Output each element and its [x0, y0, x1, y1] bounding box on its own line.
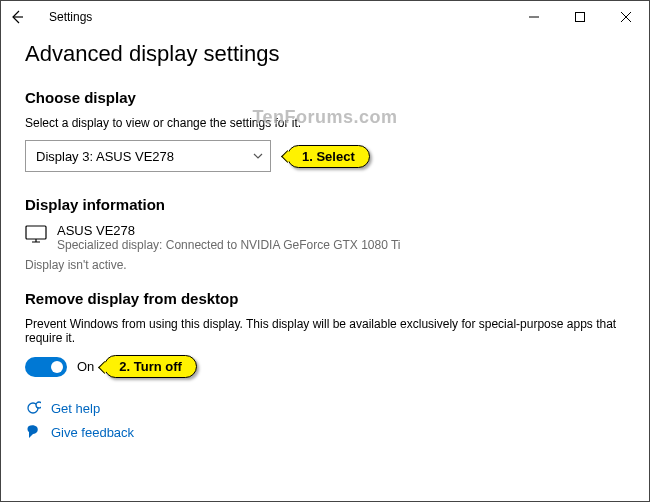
display-info-text: ASUS VE278 Specialized display: Connecte… — [57, 223, 401, 252]
callout-select: 1. Select — [287, 145, 370, 168]
feedback-link[interactable]: Give feedback — [51, 425, 134, 440]
maximize-button[interactable] — [557, 1, 603, 33]
back-arrow-icon — [9, 9, 25, 25]
remove-toggle[interactable] — [25, 357, 67, 377]
help-icon — [25, 400, 41, 416]
maximize-icon — [575, 12, 585, 22]
remove-desc: Prevent Windows from using this display.… — [25, 317, 625, 345]
callout-turnoff: 2. Turn off — [104, 355, 197, 378]
close-icon — [621, 12, 631, 22]
remove-toggle-row: On 2. Turn off — [25, 355, 625, 378]
minimize-button[interactable] — [511, 1, 557, 33]
chevron-down-icon — [252, 150, 264, 162]
feedback-icon — [25, 424, 41, 440]
display-info-title: Display information — [25, 196, 625, 213]
window-controls — [511, 1, 649, 33]
back-button[interactable] — [1, 1, 33, 33]
remove-toggle-label: On — [77, 359, 94, 374]
window-title: Settings — [49, 10, 92, 24]
svg-rect-1 — [26, 226, 46, 239]
choose-display-title: Choose display — [25, 89, 625, 106]
help-link-row: Get help — [25, 400, 625, 416]
feedback-link-row: Give feedback — [25, 424, 625, 440]
svg-rect-0 — [576, 13, 585, 22]
display-dropdown-value: Display 3: ASUS VE278 — [36, 149, 174, 164]
display-info-row: ASUS VE278 Specialized display: Connecte… — [25, 223, 625, 252]
help-link[interactable]: Get help — [51, 401, 100, 416]
titlebar: Settings — [1, 1, 649, 33]
display-dropdown[interactable]: Display 3: ASUS VE278 — [25, 140, 271, 172]
display-detail: Specialized display: Connected to NVIDIA… — [57, 238, 401, 252]
monitor-icon — [25, 225, 47, 243]
page-heading: Advanced display settings — [25, 41, 625, 67]
minimize-icon — [529, 12, 539, 22]
svg-point-3 — [36, 402, 41, 408]
close-button[interactable] — [603, 1, 649, 33]
display-status: Display isn't active. — [25, 258, 625, 272]
remove-title: Remove display from desktop — [25, 290, 625, 307]
display-name: ASUS VE278 — [57, 223, 401, 238]
display-select-row: Display 3: ASUS VE278 1. Select — [25, 140, 625, 172]
content-area: Advanced display settings Choose display… — [1, 33, 649, 460]
choose-display-hint: Select a display to view or change the s… — [25, 116, 625, 130]
